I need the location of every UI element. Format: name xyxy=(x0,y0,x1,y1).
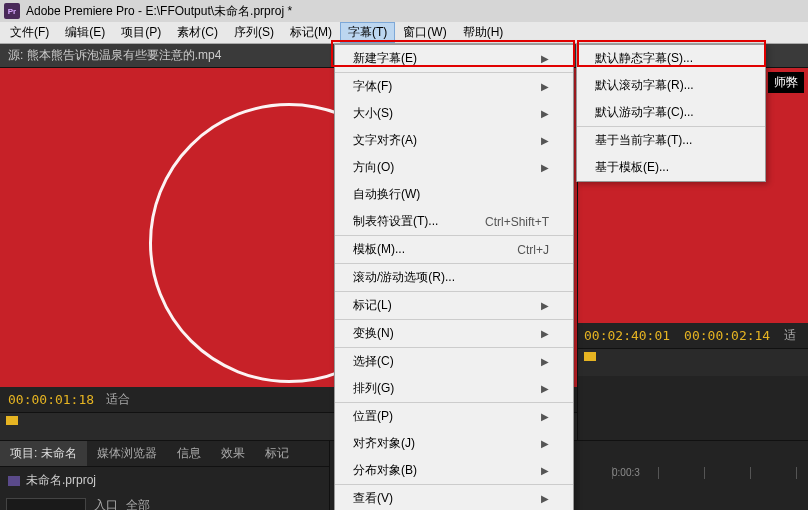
title-menu-label-2: 大小(S) xyxy=(353,105,393,122)
title-menu-item-6[interactable]: 制表符设置(T)...Ctrl+Shift+T xyxy=(335,208,573,235)
entry-label: 入口 xyxy=(94,497,118,510)
chevron-right-icon: ▶ xyxy=(541,328,549,339)
menu-help[interactable]: 帮助(H) xyxy=(455,22,512,43)
new-title-submenu: 默认静态字幕(S)...默认滚动字幕(R)...默认游动字幕(C)...基于当前… xyxy=(576,44,766,182)
tab-markers[interactable]: 标记 xyxy=(255,441,299,466)
title-menu-label-12: 排列(G) xyxy=(353,380,394,397)
title-menu-item-14[interactable]: 对齐对象(J)▶ xyxy=(335,430,573,457)
window-title: Adobe Premiere Pro - E:\FFOutput\未命名.prp… xyxy=(26,3,292,20)
project-filename: 未命名.prproj xyxy=(26,472,96,489)
tab-project[interactable]: 项目: 未命名 xyxy=(0,441,87,466)
title-menu-item-2[interactable]: 大小(S)▶ xyxy=(335,100,573,127)
title-menu-label-3: 文字对齐(A) xyxy=(353,132,417,149)
project-tabs: 项目: 未命名 媒体浏览器 信息 效果 标记 xyxy=(0,441,329,467)
new-title-label-3: 基于当前字幕(T)... xyxy=(595,132,692,149)
search-input[interactable] xyxy=(6,498,86,511)
new-title-item-3[interactable]: 基于当前字幕(T)... xyxy=(577,126,765,154)
premiere-icon: Pr xyxy=(4,3,20,19)
overlay-label: 师弊 xyxy=(768,72,804,93)
menu-bar: 文件(F) 编辑(E) 项目(P) 素材(C) 序列(S) 标记(M) 字幕(T… xyxy=(0,22,808,44)
new-title-label-1: 默认滚动字幕(R)... xyxy=(595,77,694,94)
chevron-right-icon: ▶ xyxy=(541,300,549,311)
title-menu-item-3[interactable]: 文字对齐(A)▶ xyxy=(335,127,573,154)
title-menu-label-4: 方向(O) xyxy=(353,159,394,176)
menu-project[interactable]: 项目(P) xyxy=(113,22,169,43)
playhead-marker[interactable] xyxy=(584,352,596,361)
title-menu-item-5[interactable]: 自动换行(W) xyxy=(335,181,573,208)
title-menu-item-7[interactable]: 模板(M)...Ctrl+J xyxy=(335,235,573,263)
menu-edit[interactable]: 编辑(E) xyxy=(57,22,113,43)
new-title-label-4: 基于模板(E)... xyxy=(595,159,669,176)
tab-info[interactable]: 信息 xyxy=(167,441,211,466)
title-menu-label-0: 新建字幕(E) xyxy=(353,50,417,67)
title-menu-item-1[interactable]: 字体(F)▶ xyxy=(335,72,573,100)
title-menu-item-8[interactable]: 滚动/游动选项(R)... xyxy=(335,263,573,291)
title-menu-label-14: 对齐对象(J) xyxy=(353,435,415,452)
chevron-right-icon: ▶ xyxy=(541,162,549,173)
new-title-label-2: 默认游动字幕(C)... xyxy=(595,104,694,121)
chevron-right-icon: ▶ xyxy=(541,135,549,146)
chevron-right-icon: ▶ xyxy=(541,438,549,449)
zoom-fit[interactable]: 适合 xyxy=(106,391,130,408)
title-menu-label-10: 变换(N) xyxy=(353,325,394,342)
program-timecode[interactable]: 00:02:40:01 xyxy=(584,328,670,343)
title-menu-label-11: 选择(C) xyxy=(353,353,394,370)
title-menu-item-9[interactable]: 标记(L)▶ xyxy=(335,291,573,319)
tab-effects[interactable]: 效果 xyxy=(211,441,255,466)
menu-file[interactable]: 文件(F) xyxy=(2,22,57,43)
project-icon xyxy=(8,476,20,486)
title-menu-item-15[interactable]: 分布对象(B)▶ xyxy=(335,457,573,484)
title-menu-item-4[interactable]: 方向(O)▶ xyxy=(335,154,573,181)
title-menu-label-16: 查看(V) xyxy=(353,490,393,507)
title-menu-label-13: 位置(P) xyxy=(353,408,393,425)
new-title-item-4[interactable]: 基于模板(E)... xyxy=(577,154,765,181)
menu-sequence[interactable]: 序列(S) xyxy=(226,22,282,43)
title-menu-item-16[interactable]: 查看(V)▶ xyxy=(335,484,573,510)
title-menu-item-13[interactable]: 位置(P)▶ xyxy=(335,402,573,430)
title-menu-dropdown: 新建字幕(E)▶字体(F)▶大小(S)▶文字对齐(A)▶方向(O)▶自动换行(W… xyxy=(334,44,574,510)
chevron-right-icon: ▶ xyxy=(541,108,549,119)
title-menu-label-15: 分布对象(B) xyxy=(353,462,417,479)
project-file-item[interactable]: 未命名.prproj xyxy=(0,467,329,494)
title-menu-label-9: 标记(L) xyxy=(353,297,392,314)
title-menu-item-10[interactable]: 变换(N)▶ xyxy=(335,319,573,347)
seq-fit[interactable]: 适 xyxy=(784,327,796,344)
title-menu-item-12[interactable]: 排列(G)▶ xyxy=(335,375,573,402)
new-title-label-0: 默认静态字幕(S)... xyxy=(595,50,693,67)
title-menu-label-8: 滚动/游动选项(R)... xyxy=(353,269,455,286)
program-timeline[interactable] xyxy=(578,348,808,376)
chevron-right-icon: ▶ xyxy=(541,465,549,476)
menu-clip[interactable]: 素材(C) xyxy=(169,22,226,43)
menu-window[interactable]: 窗口(W) xyxy=(395,22,454,43)
chevron-right-icon: ▶ xyxy=(541,383,549,394)
chevron-right-icon: ▶ xyxy=(541,411,549,422)
title-menu-item-11[interactable]: 选择(C)▶ xyxy=(335,347,573,375)
new-title-item-2[interactable]: 默认游动字幕(C)... xyxy=(577,99,765,126)
tab-media-browser[interactable]: 媒体浏览器 xyxy=(87,441,167,466)
in-marker[interactable] xyxy=(6,416,18,425)
title-menu-item-0[interactable]: 新建字幕(E)▶ xyxy=(335,45,573,72)
chevron-right-icon: ▶ xyxy=(541,493,549,504)
new-title-item-0[interactable]: 默认静态字幕(S)... xyxy=(577,45,765,72)
new-title-item-1[interactable]: 默认滚动字幕(R)... xyxy=(577,72,765,99)
chevron-right-icon: ▶ xyxy=(541,81,549,92)
sequence-timecode[interactable]: 00:00:02:14 xyxy=(684,328,770,343)
title-menu-label-1: 字体(F) xyxy=(353,78,392,95)
menu-title[interactable]: 字幕(T) xyxy=(340,22,395,43)
menu-marker[interactable]: 标记(M) xyxy=(282,22,340,43)
source-timecode[interactable]: 00:00:01:18 xyxy=(8,392,94,407)
title-menu-label-6: 制表符设置(T)... xyxy=(353,213,438,230)
title-menu-label-7: 模板(M)... xyxy=(353,241,405,258)
title-bar: Pr Adobe Premiere Pro - E:\FFOutput\未命名.… xyxy=(0,0,808,22)
chevron-right-icon: ▶ xyxy=(541,53,549,64)
chevron-right-icon: ▶ xyxy=(541,356,549,367)
title-menu-label-5: 自动换行(W) xyxy=(353,186,420,203)
entry-value[interactable]: 全部 xyxy=(126,497,150,510)
